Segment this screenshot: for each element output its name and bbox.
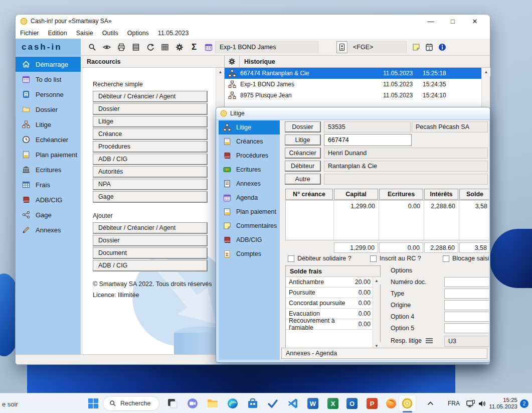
checkbox-blocage-saisie[interactable]: Blocage saisie [443, 255, 489, 262]
tab-annexes[interactable]: Annexes [219, 177, 280, 191]
history-gear-icon[interactable] [225, 56, 240, 68]
tab-adbcig[interactable]: ADB/CIG [219, 233, 280, 247]
minimize-button[interactable]: — [420, 15, 442, 27]
user-box-input[interactable] [348, 41, 407, 53]
calendar-icon[interactable] [203, 42, 214, 53]
list-icon[interactable] [130, 42, 141, 53]
debiteur-field[interactable]: Rantanplan & Cie [324, 161, 488, 172]
shortcut-search-autorites[interactable]: Autorités [93, 166, 208, 178]
start-button[interactable] [87, 397, 99, 409]
tab-agenda[interactable]: Agenda [219, 191, 280, 205]
sidebar-item-plan-paiement[interactable]: Plan paiement [16, 147, 81, 162]
cashin-taskbar-icon[interactable] [401, 397, 413, 409]
autre-button[interactable]: Autre [285, 174, 321, 185]
search-icon[interactable] [87, 42, 98, 53]
checkbox-inscrit-rc[interactable]: Inscrit au RC ? [370, 255, 421, 262]
history-row-1[interactable]: 667474 Rantanplan & Cie 11.05.202315:25:… [225, 68, 481, 79]
menu-outils[interactable]: Outils [98, 29, 123, 38]
tab-litige[interactable]: Litige [219, 120, 280, 134]
print-icon[interactable] [116, 42, 127, 53]
widget-text[interactable]: e soir [2, 400, 18, 408]
dossier-name-field[interactable]: Pecash Pécash SA [412, 121, 488, 132]
shortcut-add-debiteur[interactable]: Débiteur / Créancier / Agent [93, 222, 208, 234]
sidebar-item-dossier[interactable]: Dossier [16, 102, 81, 117]
col-ncreance[interactable]: N° créance [285, 189, 333, 200]
outlook-icon[interactable]: O [346, 397, 358, 409]
fees-scrollbar[interactable]: ▲▼ [373, 277, 380, 350]
litige-number-input[interactable] [324, 134, 412, 146]
sidebar-item-adbcig[interactable]: ADB/CIG [16, 192, 81, 207]
tab-plan-paiement[interactable]: Plan paiement [219, 205, 280, 219]
opt-input-numero[interactable] [444, 277, 489, 287]
notification-badge[interactable]: 2 [520, 393, 528, 413]
dossier-number-field[interactable]: 53535 [324, 121, 411, 132]
dialog-titlebar[interactable]: Litige [216, 107, 490, 120]
col-interets[interactable]: Intérêts [424, 189, 458, 200]
creancier-field[interactable]: Henri Dunand [324, 148, 488, 159]
edge-icon[interactable] [227, 397, 239, 409]
scroll-up-icon[interactable]: ▲ [373, 277, 381, 285]
creancier-button[interactable]: Créancier [285, 148, 321, 159]
chat-icon[interactable] [187, 397, 199, 409]
context-search-input[interactable] [215, 41, 318, 53]
debiteur-button[interactable]: Débiteur [285, 161, 321, 172]
shortcut-add-dossier[interactable]: Dossier [93, 235, 208, 246]
menu-saisie[interactable]: Saisie [72, 29, 98, 38]
shortcut-search-gage[interactable]: Gage [93, 191, 208, 203]
litige-button[interactable]: Litige [285, 134, 321, 146]
opt-input-origine[interactable] [444, 300, 489, 310]
fee-row[interactable]: Concordat poursuite0.00 [286, 298, 373, 309]
menu-edition[interactable]: Edition [44, 29, 72, 38]
scroll-up-icon[interactable]: ▲ [482, 68, 490, 76]
maximize-button[interactable]: □ [442, 15, 464, 27]
scroll-up-icon[interactable]: ▲ [216, 68, 224, 76]
sidebar-item-litige[interactable]: Litige [16, 117, 81, 132]
shortcut-search-debiteur[interactable]: Débiteur / Créancier / Agent [93, 91, 208, 102]
menu-fichier[interactable]: Fichier [16, 29, 44, 38]
word-icon[interactable]: W [307, 397, 319, 409]
close-button[interactable]: ✕ [464, 15, 486, 27]
store-icon[interactable] [247, 397, 259, 409]
shortcut-add-adbcig[interactable]: ADB / CIG [93, 260, 208, 271]
language-indicator[interactable]: FRA [448, 393, 460, 413]
tab-ecritures[interactable]: 1Ecritures [219, 163, 280, 177]
network-icon[interactable] [466, 393, 475, 413]
opt-input-option5[interactable] [444, 323, 489, 333]
sidebar-item-gage[interactable]: Gage [16, 207, 81, 222]
preview-eye-icon[interactable] [101, 42, 112, 53]
history-row-2[interactable]: Exp-1 BOND James 11.05.202315:24:35 [225, 79, 481, 90]
tab-creances[interactable]: Créances [219, 134, 280, 149]
volume-icon[interactable] [478, 393, 486, 413]
autre-field[interactable] [324, 174, 488, 185]
menu-options[interactable]: Options [123, 29, 153, 38]
contact-card-icon[interactable] [336, 41, 347, 53]
task-view-icon[interactable] [166, 397, 179, 409]
tab-comptes[interactable]: ΣComptes [219, 247, 280, 261]
taskbar-search[interactable]: Recherche [103, 396, 159, 411]
shortcut-search-dossier[interactable]: Dossier [93, 103, 208, 115]
col-ecritures[interactable]: Ecritures [379, 189, 423, 200]
explorer-icon[interactable] [207, 397, 219, 409]
sidebar-item-ecritures[interactable]: Ecritures [16, 162, 81, 177]
shortcut-search-creance[interactable]: Créance [93, 128, 208, 140]
sidebar-item-annexes[interactable]: Annexes [16, 222, 81, 237]
tab-commentaires[interactable]: Commentaires [219, 219, 280, 233]
sidebar-item-frais[interactable]: Frais [16, 177, 81, 192]
shortcut-search-npa[interactable]: NPA [93, 179, 208, 190]
note-icon[interactable] [411, 42, 422, 53]
fee-row[interactable]: Antichambre20.00 [286, 277, 373, 288]
info-icon[interactable] [437, 42, 448, 53]
opt-input-option4[interactable] [444, 312, 489, 322]
shortcut-search-adbcig[interactable]: ADB / CIG [93, 154, 208, 165]
sum-icon[interactable]: Σ [189, 42, 200, 53]
excel-icon[interactable]: X [327, 397, 339, 409]
refresh-icon[interactable] [145, 42, 156, 53]
todo-icon[interactable] [267, 397, 279, 409]
resp-litige-field[interactable]: U3 [444, 336, 489, 347]
opt-input-type[interactable] [444, 289, 489, 299]
calendar-day-icon[interactable]: 1 [424, 42, 435, 53]
shortcut-search-litige[interactable]: Litige [93, 116, 208, 127]
powerpoint-icon[interactable]: P [366, 397, 378, 409]
fee-row[interactable]: Poursuite0.00 [286, 288, 373, 298]
dossier-button[interactable]: Dossier [285, 121, 321, 132]
